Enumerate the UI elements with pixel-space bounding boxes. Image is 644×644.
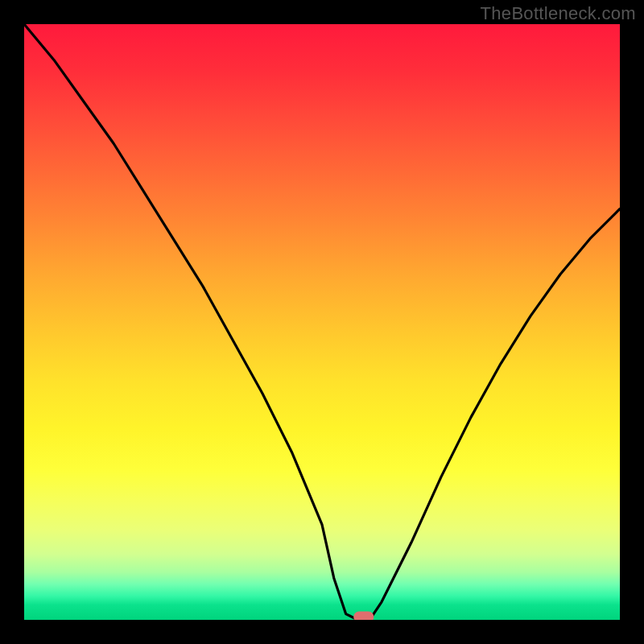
- curve-path: [24, 24, 620, 620]
- plot-area: [24, 24, 620, 620]
- optimum-marker: [354, 612, 374, 620]
- watermark-text: TheBottleneck.com: [481, 3, 636, 24]
- chart-container: TheBottleneck.com: [0, 0, 644, 644]
- bottleneck-curve: [24, 24, 620, 620]
